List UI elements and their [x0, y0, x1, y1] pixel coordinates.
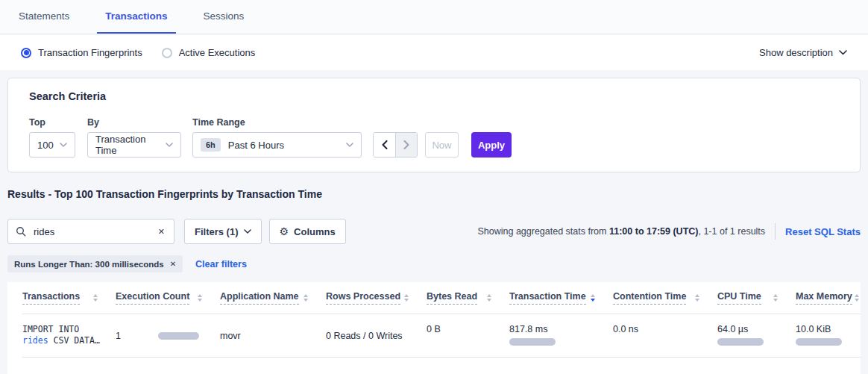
top-select[interactable]: 100 — [29, 132, 75, 158]
sort-icon[interactable] — [695, 294, 699, 302]
stats-time-range: 11:00 to 17:59 (UTC) — [609, 226, 698, 237]
chevron-down-icon — [839, 50, 847, 55]
radio-active-executions-label: Active Executions — [179, 47, 256, 58]
show-description-toggle[interactable]: Show description — [759, 47, 847, 58]
by-select-value: Transaction Time — [95, 134, 166, 156]
contention-time-cell: 0.0 ns — [613, 324, 717, 334]
sort-desc-icon[interactable] — [591, 294, 595, 302]
execution-count-cell: 1 — [116, 324, 220, 341]
tab-statements[interactable]: Statements — [10, 0, 78, 34]
sort-icon[interactable] — [198, 294, 202, 302]
query-line-1: IMPORT INTO — [22, 324, 116, 335]
column-header-transactions[interactable]: Transactions — [22, 291, 116, 305]
by-field: By Transaction Time — [87, 117, 192, 158]
search-icon — [16, 226, 26, 237]
search-box: ✕ — [7, 219, 174, 244]
column-header-transaction-time[interactable]: Transaction Time — [509, 291, 613, 305]
tab-sessions[interactable]: Sessions — [195, 0, 253, 34]
clear-filters-link[interactable]: Clear filters — [195, 259, 247, 269]
chevron-down-icon — [346, 143, 353, 147]
sort-icon[interactable] — [93, 294, 98, 302]
sql-activity-tab-bar: Statements Transactions Sessions — [0, 0, 868, 34]
radio-transaction-fingerprints[interactable]: Transaction Fingerprints — [21, 47, 142, 58]
time-range-label: Time Range — [192, 117, 373, 128]
max-memory-value: 10.0 KiB — [796, 324, 831, 334]
clear-search-icon[interactable]: ✕ — [157, 225, 166, 238]
results-heading: Results - Top 100 Transaction Fingerprin… — [7, 188, 322, 200]
sort-icon[interactable] — [773, 294, 778, 302]
query-line-2: rides CSV DATA… — [22, 335, 116, 346]
radio-transaction-fingerprints-label: Transaction Fingerprints — [38, 47, 142, 58]
column-header-max-memory[interactable]: Max Memory — [796, 291, 861, 305]
max-memory-bar — [796, 338, 842, 346]
column-header-execution-count[interactable]: Execution Count — [116, 291, 220, 305]
transaction-time-value: 817.8 ms — [509, 324, 547, 334]
time-range-field: Time Range 6h Past 6 Hours — [192, 117, 373, 158]
top-field: Top 100 — [29, 117, 87, 158]
search-criteria-card: Search Criteria Top 100 By Transaction T… — [7, 78, 861, 172]
view-toggle-group: Transaction Fingerprints Active Executio… — [21, 47, 255, 58]
active-filters-row: Runs Longer Than: 300 milliseconds ✕ Cle… — [7, 255, 247, 272]
aggregated-stats-text: Showing aggregated stats from 11:00 to 1… — [477, 226, 765, 237]
remove-filter-icon[interactable]: ✕ — [170, 260, 176, 268]
rows-processed-cell: 0 Reads / 0 Writes — [326, 324, 427, 341]
tab-sessions-label: Sessions — [204, 10, 245, 22]
column-header-application-name[interactable]: Application Name — [220, 291, 326, 305]
table-row: IMPORT INTO rides CSV DATA… 1 movr 0 Rea… — [22, 314, 861, 358]
chevron-down-icon — [166, 143, 173, 147]
column-header-bytes-read[interactable]: Bytes Read — [427, 291, 509, 305]
columns-button-label: Columns — [294, 226, 336, 237]
time-range-select[interactable]: 6h Past 6 Hours — [192, 132, 362, 158]
top-select-value: 100 — [37, 140, 54, 151]
sort-icon[interactable] — [304, 294, 308, 302]
column-header-rows-processed[interactable]: Rows Processed — [326, 291, 427, 305]
results-toolbar: ✕ Filters (1) ⚙ Columns Showing aggregat… — [7, 219, 861, 244]
time-window-arrows — [373, 132, 418, 158]
table-header-row: Transactions Execution Count Application… — [22, 282, 861, 314]
tab-transactions-label: Transactions — [105, 10, 167, 22]
time-range-badge: 6h — [201, 138, 221, 152]
max-memory-cell: 10.0 KiB — [796, 324, 861, 346]
show-description-label: Show description — [759, 47, 833, 58]
columns-button[interactable]: ⚙ Columns — [269, 219, 346, 244]
filters-button[interactable]: Filters (1) — [184, 219, 262, 244]
execution-count-value: 1 — [116, 331, 121, 341]
apply-button[interactable]: Apply — [471, 132, 512, 158]
vertical-divider — [775, 223, 776, 240]
search-input[interactable] — [32, 225, 157, 238]
chevron-down-icon — [244, 229, 251, 234]
time-range-value: Past 6 Hours — [228, 140, 284, 151]
bytes-read-cell: 0 B — [427, 324, 509, 334]
radio-active-executions[interactable]: Active Executions — [162, 47, 256, 58]
sort-icon[interactable] — [404, 294, 409, 302]
chevron-down-icon — [60, 143, 67, 147]
transaction-fingerprint-link[interactable]: IMPORT INTO rides CSV DATA… — [22, 324, 116, 346]
transaction-time-bar — [509, 338, 556, 346]
tab-statements-label: Statements — [19, 10, 69, 22]
next-time-window-button[interactable] — [395, 133, 417, 157]
previous-time-window-button[interactable] — [374, 133, 395, 157]
column-header-contention-time[interactable]: Contention Time — [613, 291, 717, 305]
cpu-time-bar — [717, 338, 764, 346]
radio-unselected-icon — [162, 48, 172, 58]
radio-selected-icon — [21, 48, 31, 58]
reset-sql-stats-link[interactable]: Reset SQL Stats — [785, 226, 861, 237]
cpu-time-value: 64.0 µs — [717, 324, 748, 334]
by-label: By — [87, 117, 192, 128]
execution-count-bar — [158, 332, 199, 340]
sort-icon[interactable] — [855, 294, 859, 302]
search-criteria-title: Search Criteria — [29, 90, 846, 102]
application-name-cell: movr — [220, 324, 326, 341]
column-header-cpu-time[interactable]: CPU Time — [717, 291, 796, 305]
query-search-highlight: rides — [22, 335, 48, 346]
now-button[interactable]: Now — [425, 132, 459, 158]
sort-icon[interactable] — [487, 294, 491, 302]
by-select[interactable]: Transaction Time — [87, 132, 181, 158]
chevron-left-icon — [382, 140, 388, 149]
gear-icon: ⚙ — [280, 226, 289, 237]
transaction-time-cell: 817.8 ms — [509, 324, 613, 346]
top-label: Top — [29, 117, 87, 128]
tab-transactions[interactable]: Transactions — [97, 0, 175, 34]
search-criteria-controls: Top 100 By Transaction Time Time Range 6… — [29, 117, 846, 158]
filter-chip-label: Runs Longer Than: 300 milliseconds — [14, 260, 164, 269]
